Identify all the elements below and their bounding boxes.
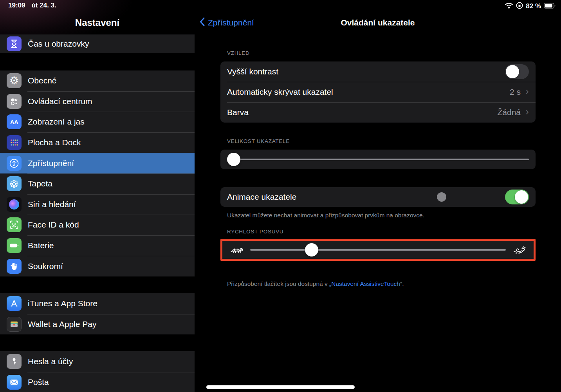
sidebar-item-passwords[interactable]: Hesla a účty [0, 351, 195, 372]
status-bar-right: 82 % [505, 2, 556, 11]
wallpaper-flower-icon [7, 176, 22, 191]
wifi-icon [505, 2, 513, 11]
sidebar-item-screen-time[interactable]: Čas u obrazovky [0, 34, 195, 53]
sidebar-group-gap [0, 334, 195, 351]
orientation-lock-icon [516, 2, 523, 11]
status-bar-left: 19:09út 24. 3. [8, 2, 56, 9]
sidebar-item-label: Pošta [28, 378, 49, 387]
status-time: 19:09 [8, 2, 25, 9]
settings-sidebar: 19:09út 24. 3. Nastavení Čas u obrazovky… [0, 0, 195, 392]
sidebar-item-label: Plocha a Dock [28, 138, 81, 147]
toggle-knob [506, 65, 519, 78]
row-higher-contrast: Vyšší kontrast [220, 61, 536, 82]
hourglass-icon [7, 36, 22, 51]
assistive-touch-footnote: Přizpůsobení tlačítek jsou dostupná v „N… [220, 280, 536, 288]
sidebar-item-label: Zpřístupnění [28, 159, 74, 168]
slider-knob[interactable] [305, 243, 318, 257]
app-store-icon [7, 296, 22, 311]
sidebar-item-label: Čas u obrazovky [28, 39, 89, 49]
sidebar-item-battery[interactable]: Baterie [0, 235, 195, 256]
nav-title: Ovládání ukazatele [195, 18, 561, 27]
sidebar-item-siri[interactable]: Siri a hledání [0, 194, 195, 215]
row-label: Barva [227, 108, 497, 117]
sidebar-item-control-center[interactable]: Ovládací centrum [0, 91, 195, 112]
sidebar-item-label: Soukromí [28, 262, 63, 271]
text-size-icon: AA [7, 114, 22, 129]
wallet-icon [7, 317, 22, 332]
sidebar-item-general[interactable]: ⚙ Obecné [0, 70, 195, 91]
sidebar-item-label: Tapeta [28, 179, 52, 188]
slider-track [227, 159, 529, 160]
sidebar-item-wallpaper[interactable]: Tapeta [0, 173, 195, 194]
sidebar-item-label: iTunes a App Store [28, 299, 97, 308]
appearance-card: Vyšší kontrast Automaticky skrývat ukaza… [220, 61, 536, 123]
sidebar-list: Čas u obrazovky ⚙ Obecné Ovládací centru… [0, 34, 195, 392]
toggles-icon [7, 94, 22, 109]
key-icon [7, 354, 22, 369]
row-label: Vyšší kontrast [227, 67, 505, 76]
row-label: Animace ukazatele [227, 192, 505, 202]
battery-status-icon [544, 3, 556, 10]
row-label: Automaticky skrývat ukazatel [227, 87, 510, 97]
section-label-scroll-speed: RYCHLOST POSUVU [220, 229, 536, 237]
battery-icon [7, 238, 22, 253]
sidebar-item-label: Obecné [28, 76, 57, 85]
sidebar-item-label: Wallet a Apple Pay [28, 320, 97, 329]
animation-footnote: Ukazatel můžete nechat animovat a přizpů… [220, 211, 536, 220]
sidebar-item-label: Siri a hledání [28, 200, 76, 209]
sidebar-group-gap [0, 53, 195, 70]
pointer-animation-toggle[interactable] [505, 190, 529, 204]
pointer-animation-card: Animace ukazatele [220, 187, 536, 207]
sidebar-item-display[interactable]: AA Zobrazení a jas [0, 112, 195, 132]
envelope-icon [7, 375, 22, 390]
row-pointer-animation: Animace ukazatele [220, 187, 536, 207]
sidebar-item-privacy[interactable]: Soukromí [0, 256, 195, 276]
app-grid-icon [7, 135, 22, 150]
slider-knob[interactable] [227, 153, 240, 166]
sidebar-item-home-dock[interactable]: Plocha a Dock [0, 132, 195, 153]
pointer-size-slider[interactable] [227, 153, 529, 166]
content: VZHLED Vyšší kontrast Automaticky skrýva… [220, 50, 536, 288]
accessibility-icon [7, 156, 22, 171]
siri-icon [7, 197, 22, 212]
toggle-knob [515, 190, 528, 204]
sidebar-item-mail[interactable]: Pošta [0, 372, 195, 392]
footnote-suffix: “. [400, 280, 404, 287]
sidebar-item-label: Ovládací centrum [28, 97, 92, 106]
section-label-appearance: VZHLED [220, 50, 536, 58]
sidebar-item-label: Zobrazení a jas [28, 117, 85, 126]
row-value: 2 s [510, 87, 521, 97]
page-title: Nastavení [0, 17, 195, 28]
pointer-cursor-dot [437, 192, 446, 202]
row-color[interactable]: Barva Žádná › [220, 102, 536, 123]
sidebar-item-label: Hesla a účty [28, 357, 73, 366]
battery-percent: 82 % [526, 2, 541, 10]
sidebar-item-label: Face ID a kód [28, 220, 79, 229]
section-label-pointer-size: VELIKOST UKAZATELE [220, 138, 536, 146]
scroll-speed-card [222, 241, 534, 259]
tortoise-icon [229, 244, 244, 255]
higher-contrast-toggle[interactable] [505, 64, 529, 79]
highlight-box [220, 239, 536, 261]
row-auto-hide-pointer[interactable]: Automaticky skrývat ukazatel 2 s › [220, 82, 536, 102]
scroll-speed-slider[interactable] [250, 243, 506, 257]
sidebar-item-face-id[interactable]: Face ID a kód [0, 215, 195, 235]
sidebar-group-gap [0, 276, 195, 293]
face-id-icon [7, 217, 22, 232]
sidebar-item-wallet[interactable]: Wallet a Apple Pay [0, 314, 195, 335]
status-date: út 24. 3. [31, 2, 56, 9]
hare-icon [512, 244, 527, 255]
pointer-control-pane: 82 % Zpřístupnění Ovládání ukazatele VZH… [195, 0, 561, 392]
slider-track [250, 249, 506, 251]
home-indicator[interactable] [206, 385, 355, 389]
sidebar-item-accessibility[interactable]: Zpřístupnění [0, 153, 195, 173]
sidebar-item-itunes-app-store[interactable]: iTunes a App Store [0, 293, 195, 314]
pointer-size-card [220, 150, 536, 169]
hand-icon [7, 259, 22, 274]
gear-icon: ⚙ [7, 73, 22, 88]
sidebar-item-label: Baterie [28, 241, 54, 250]
row-value: Žádná [497, 108, 521, 117]
footnote-prefix: Přizpůsobení tlačítek jsou dostupná v „ [227, 280, 331, 287]
assistive-touch-link[interactable]: Nastavení AssistiveTouch [331, 280, 400, 287]
